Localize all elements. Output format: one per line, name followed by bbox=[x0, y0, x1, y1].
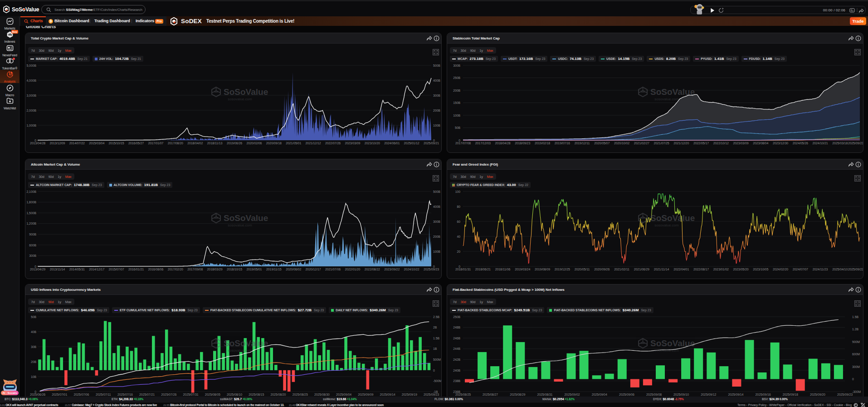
svg-text:2017/12/03: 2017/12/03 bbox=[475, 142, 491, 145]
svg-text:2025/08/30: 2025/08/30 bbox=[314, 393, 330, 396]
svg-text:2020/12/17: 2020/12/17 bbox=[306, 268, 321, 271]
svg-text:2022/04/01: 2022/04/01 bbox=[673, 268, 689, 271]
svg-text:2,100B: 2,100B bbox=[26, 190, 36, 193]
svg-text:sosovalue.com: sosovalue.com bbox=[654, 223, 679, 227]
svg-text:2021/02/11: 2021/02/11 bbox=[614, 268, 629, 271]
svg-text:500B: 500B bbox=[433, 64, 440, 67]
svg-text:2022/08/17: 2022/08/17 bbox=[693, 268, 709, 271]
svg-text:2019/07/16: 2019/07/16 bbox=[555, 142, 570, 145]
svg-text:2018/09/23: 2018/09/23 bbox=[515, 142, 530, 145]
svg-text:2018/11/06: 2018/11/06 bbox=[495, 268, 511, 271]
svg-text:2022/08/22: 2022/08/22 bbox=[365, 268, 380, 271]
svg-text:50B: 50B bbox=[455, 126, 461, 129]
svg-text:2017/02/20: 2017/02/20 bbox=[168, 268, 183, 271]
svg-text:2025/08/05: 2025/08/05 bbox=[205, 393, 220, 396]
svg-text:sosovalue.com: sosovalue.com bbox=[228, 223, 252, 227]
svg-text:2023/10/20: 2023/10/20 bbox=[365, 142, 380, 145]
svg-text:0: 0 bbox=[852, 378, 854, 381]
svg-text:2016/05/27: 2016/05/27 bbox=[128, 142, 144, 145]
svg-text:2019/08/09: 2019/08/09 bbox=[535, 268, 550, 271]
svg-text:2021/12/20: 2021/12/20 bbox=[673, 142, 689, 145]
svg-text:248B: 248B bbox=[453, 326, 460, 329]
svg-text:200B: 200B bbox=[433, 235, 440, 238]
svg-text:2025/08/10: 2025/08/10 bbox=[227, 393, 242, 396]
svg-text:2025/08/20: 2025/08/20 bbox=[270, 393, 286, 396]
svg-text:2025/09/21: 2025/09/21 bbox=[424, 142, 439, 145]
svg-text:2023/01/02: 2023/01/02 bbox=[713, 268, 729, 271]
svg-text:250B: 250B bbox=[453, 76, 460, 79]
svg-text:2023/12/30: 2023/12/30 bbox=[773, 142, 788, 145]
svg-text:2014/12/17: 2014/12/17 bbox=[89, 268, 104, 271]
svg-text:2015/03/04: 2015/03/04 bbox=[89, 142, 104, 145]
svg-text:300B: 300B bbox=[29, 254, 36, 257]
svg-text:1,500B: 1,500B bbox=[26, 211, 36, 215]
svg-text:SoSoValue: SoSoValue bbox=[224, 213, 268, 223]
svg-text:2025/07/16: 2025/07/16 bbox=[117, 393, 133, 396]
svg-text:250B: 250B bbox=[453, 315, 460, 319]
svg-text:2017/07/08: 2017/07/08 bbox=[455, 142, 471, 145]
svg-text:2020/05/11: 2020/05/11 bbox=[575, 268, 590, 271]
svg-text:2013/11/14: 2013/11/14 bbox=[50, 268, 65, 271]
svg-text:2022/10/12: 2022/10/12 bbox=[713, 142, 729, 145]
svg-text:2020/09/26: 2020/09/26 bbox=[594, 268, 610, 271]
svg-text:2023/10/05: 2023/10/05 bbox=[753, 268, 768, 271]
svg-text:10B: 10B bbox=[31, 375, 37, 378]
svg-text:40B: 40B bbox=[31, 330, 37, 333]
svg-text:80: 80 bbox=[457, 205, 460, 208]
svg-text:2020/05/07: 2020/05/07 bbox=[594, 142, 610, 145]
svg-text:2017/09/08: 2017/09/08 bbox=[187, 268, 203, 271]
svg-text:2020/09/18: 2020/09/18 bbox=[266, 142, 282, 145]
svg-text:2021/07/25: 2021/07/25 bbox=[653, 142, 669, 145]
svg-text:2023/03/09: 2023/03/09 bbox=[345, 142, 360, 145]
svg-text:600M: 600M bbox=[852, 353, 860, 356]
svg-text:2021/07/06: 2021/07/06 bbox=[325, 268, 341, 271]
svg-text:2025/07/01: 2025/07/01 bbox=[52, 393, 67, 396]
svg-text:1,800B: 1,800B bbox=[26, 201, 36, 204]
svg-text:4,000B: 4,000B bbox=[26, 79, 36, 82]
svg-text:2025/09/19: 2025/09/19 bbox=[402, 393, 417, 396]
svg-text:2025/09/12: 2025/09/12 bbox=[701, 393, 716, 396]
svg-text:2014/07/22: 2014/07/22 bbox=[69, 142, 85, 145]
svg-text:2025/08/27: 2025/08/27 bbox=[483, 393, 498, 396]
svg-text:2024/05/26: 2024/05/26 bbox=[793, 142, 808, 145]
svg-text:150B: 150B bbox=[453, 101, 460, 104]
svg-text:2013/12/09: 2013/12/09 bbox=[49, 142, 65, 145]
svg-text:1.5B: 1.5B bbox=[433, 337, 439, 340]
svg-text:900B: 900B bbox=[29, 233, 36, 236]
svg-text:1.2B: 1.2B bbox=[852, 328, 858, 331]
svg-text:1,000B: 1,000B bbox=[26, 124, 36, 127]
svg-text:2019/05/01: 2019/05/01 bbox=[246, 268, 262, 271]
svg-text:2019/11/15: 2019/11/15 bbox=[266, 268, 282, 271]
svg-text:2025/09/09: 2025/09/09 bbox=[358, 393, 373, 396]
svg-text:2018/04/28: 2018/04/28 bbox=[495, 142, 510, 145]
svg-text:sosovalue.com: sosovalue.com bbox=[228, 97, 252, 101]
svg-text:2018/11/13: 2018/11/13 bbox=[207, 142, 223, 145]
svg-text:2018/06/21: 2018/06/21 bbox=[475, 268, 491, 271]
svg-text:20B: 20B bbox=[31, 360, 37, 363]
svg-text:2023/08/04: 2023/08/04 bbox=[753, 142, 768, 145]
svg-text:100B: 100B bbox=[433, 250, 440, 253]
svg-text:300M: 300M bbox=[852, 365, 860, 368]
svg-text:2025/09/22: 2025/09/22 bbox=[848, 268, 863, 271]
svg-text:-300M: -300M bbox=[852, 390, 861, 393]
svg-text:2021/05/01: 2021/05/01 bbox=[286, 142, 301, 145]
svg-text:2023/03/09: 2023/03/09 bbox=[733, 142, 748, 145]
svg-text:900M: 900M bbox=[852, 340, 860, 343]
svg-text:2025/09/10: 2025/09/10 bbox=[673, 393, 689, 396]
svg-text:2019/02/18: 2019/02/18 bbox=[535, 142, 550, 145]
svg-text:2019/03/24: 2019/03/24 bbox=[515, 268, 530, 271]
svg-text:2022/05/17: 2022/05/17 bbox=[693, 142, 709, 145]
svg-text:2014/05/31: 2014/05/31 bbox=[69, 268, 85, 271]
svg-text:246B: 246B bbox=[453, 337, 460, 340]
svg-text:300B: 300B bbox=[453, 64, 460, 67]
svg-text:2025/08/29: 2025/08/29 bbox=[510, 393, 525, 396]
svg-text:2.5B: 2.5B bbox=[433, 315, 439, 319]
svg-text:2015/10/15: 2015/10/15 bbox=[109, 142, 124, 145]
svg-text:2023/05/20: 2023/05/20 bbox=[733, 268, 748, 271]
svg-text:2025/09/04: 2025/09/04 bbox=[592, 393, 607, 396]
svg-text:200B: 200B bbox=[433, 109, 440, 112]
svg-text:2B: 2B bbox=[433, 326, 437, 329]
svg-text:2025/07/06: 2025/07/06 bbox=[73, 393, 89, 396]
svg-text:2019/06/26: 2019/06/26 bbox=[227, 142, 242, 145]
svg-text:300B: 300B bbox=[433, 94, 440, 97]
